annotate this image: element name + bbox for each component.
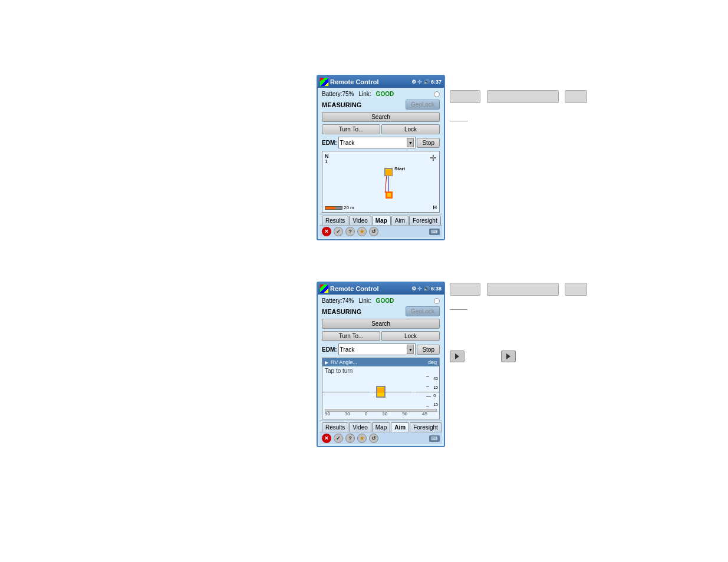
close-icon-2[interactable]: ✕ <box>322 434 331 443</box>
geolock-button-2[interactable]: GeoLock <box>406 306 440 316</box>
tab-results-2[interactable]: Results <box>322 422 348 432</box>
lock-button-1[interactable]: Lock <box>381 124 440 134</box>
aim-play-icon-2[interactable]: ▶ <box>325 360 328 365</box>
link-label-2: Link: <box>358 297 371 304</box>
crosshair-area-2: 45 15 0 15 <box>322 375 439 408</box>
title-bar-icons-1: ⚙ ⊹ 🔊 6:37 <box>411 79 442 85</box>
battery-label-1: Battery:75% <box>322 91 354 97</box>
map-area-1: N 1 ✛ H Start 20 m <box>322 151 440 213</box>
tick-mark-2-2 <box>426 386 429 387</box>
tick-15-top-2: 15 <box>433 385 438 389</box>
turn-lock-row-1: Turn To... Lock <box>319 123 442 135</box>
sidebar-box-1-top <box>450 90 480 103</box>
link-value-1: GOOD <box>376 91 394 97</box>
tab-aim-1[interactable]: Aim <box>391 216 409 225</box>
tap-to-turn-label-2: Tap to turn <box>322 366 439 375</box>
tab-map-2[interactable]: Map <box>372 422 390 432</box>
aim-area-2: ▶ RV Angle... deg Tap to turn 45 <box>322 358 440 419</box>
dropdown-arrow-2[interactable]: ▼ <box>407 345 414 354</box>
tab-foresight-1[interactable]: Foresight <box>409 216 441 225</box>
turn-lock-row-2: Turn To... Lock <box>319 330 442 342</box>
signal-dot-2 <box>434 298 440 304</box>
close-icon-1[interactable]: ✕ <box>322 227 331 236</box>
sidebar-box-2-top <box>487 90 559 103</box>
title-bar-left-2: Remote Control <box>320 285 379 293</box>
clock-1: 6:37 <box>431 79 442 85</box>
tab-bar-1: Results Video Map Aim Foresight <box>319 214 442 225</box>
wifi-icon-2: ⊹ <box>417 286 422 292</box>
stop-button-2[interactable]: Stop <box>417 345 440 355</box>
measuring-row-2: MEASURING GeoLock <box>319 305 442 318</box>
dash-right-2 <box>411 392 416 392</box>
search-button-2[interactable]: Search <box>322 319 440 329</box>
sidebar-box-3-bottom <box>565 283 587 296</box>
check-icon-2[interactable]: ✓ <box>334 434 343 443</box>
map-1-label-1: 1 <box>325 158 328 164</box>
battery-label-2: Battery:74% <box>322 297 354 304</box>
icon-bar-2: ✕ ✓ ? ★ ↺ ⌨ <box>319 432 442 444</box>
tick-mark-1-2 <box>426 376 429 377</box>
edm-dropdown-2[interactable]: Track ▼ <box>338 343 416 355</box>
turn-to-button-1[interactable]: Turn To... <box>322 124 380 134</box>
tick-45-top-2: 45 <box>433 376 438 381</box>
edm-label-1: EDM: <box>322 140 337 146</box>
title-bar-2: Remote Control ⚙ ⊹ 🔊 6:38 <box>318 283 444 295</box>
status-bar-2: Battery:74% Link: GOOD <box>319 296 442 305</box>
settings-icon-2: ⚙ <box>411 286 416 292</box>
keyboard-icon-1[interactable]: ⌨ <box>429 229 440 235</box>
turn-to-button-2[interactable]: Turn To... <box>322 331 380 341</box>
help-icon-2[interactable]: ? <box>345 434 355 443</box>
check-icon-1[interactable]: ✓ <box>334 227 343 236</box>
edm-dropdown-1[interactable]: Track ▼ <box>338 137 416 148</box>
measuring-label-2: MEASURING <box>322 308 361 315</box>
tab-bar-2: Results Video Map Aim Foresight <box>319 421 442 432</box>
refresh-icon-2[interactable]: ↺ <box>369 434 378 443</box>
status-left-2: Battery:74% Link: GOOD <box>322 297 394 304</box>
search-button-1[interactable]: Search <box>322 112 440 122</box>
tick-0-2: 0 <box>433 394 438 398</box>
play-button-1-bottom[interactable] <box>450 351 465 362</box>
windows-logo-icon-2 <box>320 285 328 293</box>
instrument-marker-2 <box>376 386 386 398</box>
tick-15-bot-2: 15 <box>433 402 438 406</box>
stop-button-1[interactable]: Stop <box>417 138 440 148</box>
angle-90r-2: 90 <box>402 411 407 416</box>
sidebar-box-3-top <box>565 90 587 103</box>
tick-mark-3-2 <box>426 396 431 396</box>
remote-control-window-2: Remote Control ⚙ ⊹ 🔊 6:38 Battery:74% Li… <box>317 282 445 447</box>
help-icon-1[interactable]: ? <box>345 227 355 236</box>
aim-rv-label-2: RV Angle... <box>331 359 357 365</box>
play-button-2-bottom[interactable] <box>501 351 516 362</box>
keyboard-icon-2[interactable]: ⌨ <box>429 435 440 442</box>
scale-bar-1 <box>325 206 342 210</box>
dash-line-top <box>450 121 467 121</box>
geolock-button-1[interactable]: GeoLock <box>406 100 440 110</box>
tab-map-1[interactable]: Map <box>372 216 391 225</box>
tab-foresight-2[interactable]: Foresight <box>410 422 442 432</box>
tick-mark-4-2 <box>426 406 429 406</box>
angle-90l-2: 90 <box>325 411 330 416</box>
star-icon-2[interactable]: ★ <box>357 434 367 443</box>
start-label-1: Start <box>394 166 405 171</box>
title-bar-left-1: Remote Control <box>320 78 379 86</box>
play-triangle-1 <box>455 353 459 359</box>
lock-button-2[interactable]: Lock <box>381 331 440 341</box>
tab-video-2[interactable]: Video <box>349 422 371 432</box>
windows-logo-icon-1 <box>320 78 328 86</box>
sidebar-box-2-bottom <box>487 283 559 296</box>
edm-row-1: EDM: Track ▼ Stop <box>319 135 442 150</box>
star-icon-1[interactable]: ★ <box>357 227 367 236</box>
tab-results-1[interactable]: Results <box>322 216 348 225</box>
dropdown-arrow-1[interactable]: ▼ <box>407 138 414 147</box>
angle-0-2: 0 <box>365 411 367 416</box>
tab-aim-2[interactable]: Aim <box>391 422 409 432</box>
refresh-icon-1[interactable]: ↺ <box>369 227 378 236</box>
tab-video-1[interactable]: Video <box>349 216 371 225</box>
window-content-2: Battery:74% Link: GOOD MEASURING GeoLock… <box>318 295 444 446</box>
instrument-marker-1 <box>384 168 393 176</box>
sound-icon-2: 🔊 <box>423 286 430 292</box>
crosshair-icon-1: ✛ <box>430 153 437 163</box>
title-bar-icons-2: ⚙ ⊹ 🔊 6:38 <box>411 286 442 292</box>
search-row-2: Search <box>319 318 442 330</box>
link-label-1: Link: <box>358 91 371 97</box>
